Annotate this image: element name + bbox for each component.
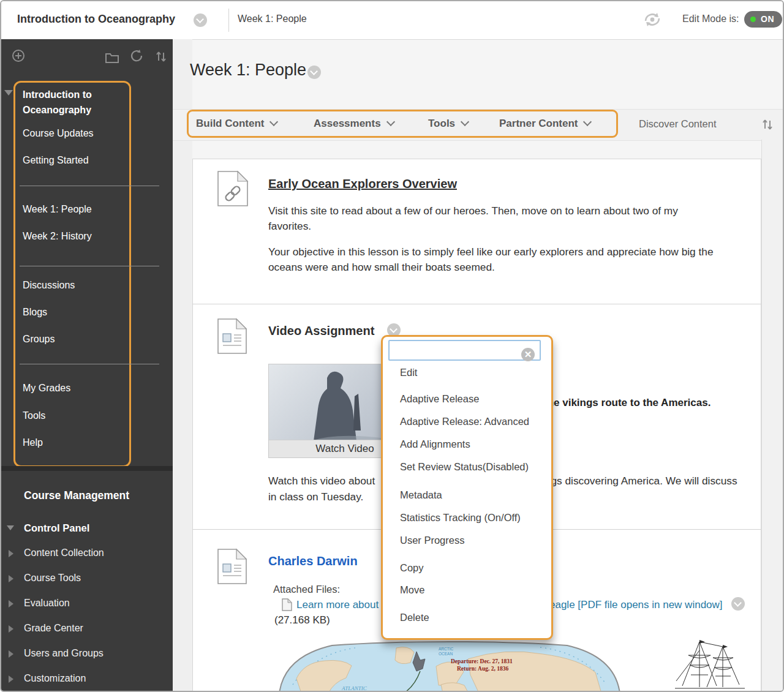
add-menu-item-icon[interactable] — [12, 49, 26, 64]
sidebar-item-week2[interactable]: Week 2: History — [23, 231, 92, 242]
tools-menu[interactable]: Tools — [428, 118, 468, 130]
edit-mode-label: Edit Mode is: — [682, 13, 739, 24]
content-item-divider — [192, 304, 761, 304]
menu-item-metadata[interactable]: Metadata — [400, 489, 442, 503]
cp-item-customization[interactable]: Customization — [24, 673, 86, 684]
sidebar-item-blogs[interactable]: Blogs — [23, 307, 47, 318]
svg-text:Departure: Dec. 27, 1831: Departure: Dec. 27, 1831 — [451, 658, 513, 664]
item1-paragraph-line: oceans were and how small their boats se… — [268, 261, 495, 274]
course-management-heading: Course Management — [24, 489, 129, 502]
menu-item-edit[interactable]: Edit — [400, 367, 417, 380]
cp-item-evaluation[interactable]: Evaluation — [24, 598, 70, 609]
chevron-down-icon — [270, 118, 278, 126]
right-gutter — [761, 140, 784, 692]
sidebar-item-help[interactable]: Help — [23, 437, 43, 448]
course-sidebar: Introduction to Oceanography Course Upda… — [1, 39, 173, 692]
caret-right-icon[interactable] — [9, 625, 13, 633]
cp-item-users-groups[interactable]: Users and Groups — [24, 648, 104, 659]
svg-text:ATLANTIC: ATLANTIC — [341, 685, 368, 691]
sidebar-item-week1[interactable]: Week 1: People — [23, 204, 92, 215]
item2-desc-line: Watch this video about — [268, 475, 375, 487]
build-content-menu[interactable]: Build Content — [196, 118, 277, 130]
breadcrumb[interactable]: Week 1: People — [238, 13, 307, 24]
item-context-menu: ✕ Edit Adaptive Release Adaptive Release… — [381, 335, 553, 640]
menu-item-delete[interactable]: Delete — [400, 612, 429, 625]
svg-text:ARCTIC: ARCTIC — [439, 647, 454, 651]
page-title: Week 1: People — [190, 61, 306, 80]
caret-right-icon[interactable] — [9, 550, 13, 557]
item2-desc-line: in class on Tuesday. — [268, 491, 363, 503]
sort-order-icon[interactable] — [761, 117, 774, 132]
content-document-icon — [217, 548, 247, 585]
caret-right-icon[interactable] — [9, 675, 13, 683]
cp-item-grade-center[interactable]: Grade Center — [24, 623, 83, 634]
sidebar-divider — [20, 266, 159, 266]
sidebar-item-discussions[interactable]: Discussions — [23, 280, 75, 291]
control-panel-heading[interactable]: Control Panel — [24, 522, 89, 534]
caret-right-icon[interactable] — [9, 650, 13, 658]
menu-item-set-review-status[interactable]: Set Review Status(Disabled) — [400, 461, 529, 475]
refresh-icon[interactable] — [130, 49, 145, 64]
menu-item-user-progress[interactable]: User Progress — [400, 535, 464, 548]
chevron-down-icon — [461, 118, 469, 126]
item3-options-chevron-icon[interactable] — [731, 597, 745, 611]
menu-item-move[interactable]: Move — [400, 584, 424, 598]
item2-desc-line: ings discovering America. We will discus… — [543, 475, 737, 487]
sidebar-item-course-updates[interactable]: Course Updates — [23, 128, 94, 139]
folder-view-icon[interactable] — [105, 50, 119, 64]
assessments-menu[interactable]: Assessments — [314, 118, 394, 130]
menu-item-adaptive-release-advanced[interactable]: Adaptive Release: Advanced — [400, 416, 529, 429]
sidebar-section-divider — [1, 466, 173, 471]
svg-text:Return: Aug. 2, 1836: Return: Aug. 2, 1836 — [457, 666, 508, 672]
control-panel-caret-icon[interactable] — [7, 525, 14, 530]
context-menu-header-bar: ✕ — [388, 340, 541, 361]
toggle-state: ON — [761, 14, 774, 24]
menu-item-add-alignments[interactable]: Add Alignments — [400, 438, 470, 452]
top-bar: Introduction to Oceanography Week 1: Peo… — [1, 1, 784, 40]
item2-title: Video Assignment — [268, 324, 374, 338]
link-document-icon — [217, 170, 249, 207]
item3-title-link[interactable]: Charles Darwin — [268, 554, 358, 568]
toggle-green-dot — [750, 17, 756, 22]
chevron-down-icon — [583, 118, 592, 126]
sidebar-item-my-grades[interactable]: My Grades — [23, 383, 70, 394]
map-caption-fragment: the vikings route to the Americas. — [544, 397, 710, 409]
sidebar-divider — [20, 186, 159, 186]
content-document-icon — [217, 318, 247, 355]
item1-paragraph-line: Visit this site to read about a few of o… — [268, 205, 678, 217]
sidebar-item-course-entry[interactable]: Introduction to Oceanography — [23, 87, 115, 118]
caret-right-icon[interactable] — [9, 575, 13, 582]
sidebar-item-tools[interactable]: Tools — [23, 410, 45, 421]
attachment-link-left[interactable]: Learn more about — [296, 599, 379, 611]
attachment-link-right[interactable]: eagle [PDF file opens in new window] — [549, 599, 723, 611]
student-preview-icon[interactable] — [642, 10, 663, 29]
cp-item-content-collection[interactable]: Content Collection — [24, 547, 104, 558]
file-icon — [282, 598, 292, 611]
edit-mode-toggle[interactable]: ON — [744, 11, 782, 28]
menu-item-copy[interactable]: Copy — [400, 562, 424, 576]
sidebar-item-getting-started[interactable]: Getting Started — [23, 155, 89, 166]
svg-text:OCEAN: OCEAN — [439, 652, 453, 656]
discover-content-button[interactable]: Discover Content — [639, 118, 717, 130]
course-menu-collapse-caret[interactable] — [4, 90, 13, 96]
topbar-divider — [228, 9, 229, 32]
sailing-ship-illustration — [670, 638, 750, 692]
course-title-chevron-icon[interactable] — [194, 13, 207, 27]
attached-files-label: Attached Files: — [273, 584, 340, 595]
reorder-icon[interactable] — [154, 49, 168, 64]
course-title: Introduction to Oceanography — [17, 13, 175, 26]
menu-item-adaptive-release[interactable]: Adaptive Release — [400, 393, 479, 407]
item1-title-link[interactable]: Early Ocean Explorers Overview — [268, 177, 457, 191]
file-size: (27.168 KB) — [274, 614, 330, 626]
sidebar-divider — [20, 364, 159, 364]
menu-item-statistics-tracking[interactable]: Statistics Tracking (On/Off) — [400, 512, 521, 525]
partner-content-menu[interactable]: Partner Content — [499, 118, 590, 130]
caret-right-icon[interactable] — [9, 600, 13, 607]
app-window: Introduction to Oceanography Week 1: Peo… — [0, 0, 784, 692]
cp-item-course-tools[interactable]: Course Tools — [24, 573, 81, 584]
item1-paragraph-line: Your objective in this lesson is to simp… — [268, 246, 714, 258]
voyage-map-image: ARCTIC OCEAN ATLANTIC Departure: Dec. 27… — [278, 641, 621, 692]
close-icon[interactable]: ✕ — [521, 348, 535, 361]
page-title-chevron-icon[interactable] — [307, 66, 321, 79]
sidebar-item-groups[interactable]: Groups — [23, 334, 55, 345]
